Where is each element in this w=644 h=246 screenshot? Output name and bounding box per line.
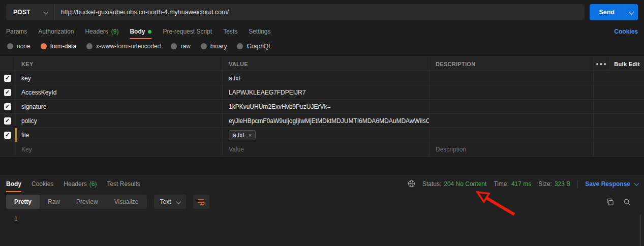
mode-none[interactable]: none (7, 43, 30, 50)
table-row: ✓ policy eyJleHBpcmF0aW9uIjogIjIwMjEtMDk… (0, 114, 644, 128)
size-badge: Size: 323 B (538, 180, 570, 188)
header-description: DESCRIPTION (430, 57, 594, 71)
radio-selected-icon (41, 43, 47, 49)
copy-icon[interactable] (606, 198, 614, 206)
file-chip[interactable]: a.txt × (229, 130, 256, 140)
row-key-input[interactable]: key (15, 71, 223, 85)
mode-x-www-form-urlencoded[interactable]: x-www-form-urlencoded (86, 43, 161, 50)
row-description-input[interactable] (430, 114, 594, 128)
row-key-input[interactable]: file (15, 128, 223, 142)
wrap-line-button[interactable] (193, 195, 209, 209)
view-preview-button[interactable]: Preview (68, 195, 106, 209)
radio-icon (237, 43, 243, 49)
row-checkbox[interactable]: ✓ (4, 132, 11, 139)
tab-body[interactable]: Body (130, 24, 151, 39)
row-checkbox[interactable]: ✓ (4, 89, 11, 96)
row-value-input[interactable]: 1kPKvuUHUm2ExvHvb9PuzUJErVk= (223, 100, 430, 113)
row-checkbox[interactable]: ✓ (4, 103, 11, 110)
tab-pre-request-script[interactable]: Pre-request Script (163, 24, 212, 39)
url-text: http://bucket-guxiaobei.obs.cn-north-4.m… (61, 9, 229, 16)
tab-tests[interactable]: Tests (223, 24, 237, 39)
header-key: KEY (15, 57, 223, 71)
editor-scrollbar[interactable] (640, 214, 641, 246)
file-chip-label: a.txt (233, 132, 244, 139)
chevron-down-icon (629, 9, 634, 14)
row-checkbox[interactable]: ✓ (4, 117, 11, 125)
row-description-input[interactable] (430, 100, 594, 113)
chevron-down-icon (634, 181, 639, 186)
row-key-input[interactable]: policy (15, 114, 223, 128)
bulk-edit-button[interactable]: Bulk Edit (610, 57, 644, 71)
row-key-input[interactable]: signature (15, 100, 223, 113)
tab-settings[interactable]: Settings (249, 24, 270, 39)
format-select[interactable]: Text (154, 195, 186, 209)
panel-divider[interactable] (0, 157, 644, 175)
send-button-group: Send (590, 4, 638, 20)
row-checkbox[interactable]: ✓ (4, 75, 11, 82)
time-badge: Time: 417 ms (494, 180, 531, 188)
size-value: 323 B (555, 180, 570, 188)
tab-params[interactable]: Params (6, 24, 27, 39)
line-number: 1 (14, 216, 18, 222)
new-value-input[interactable]: Value (223, 142, 430, 156)
row-description-input[interactable] (430, 85, 594, 99)
row-key-input[interactable]: AccessKeyId (15, 85, 223, 99)
form-data-table: KEY VALUE DESCRIPTION ●●● Bulk Edit ✓ ke… (0, 56, 644, 157)
search-icon[interactable] (623, 198, 631, 206)
tab-headers[interactable]: Headers(9) (85, 24, 118, 39)
request-input-group: POST http://bucket-guxiaobei.obs.cn-nort… (6, 4, 585, 20)
table-row: ✓ signature 1kPKvuUHUm2ExvHvb9PuzUJErVk= (0, 100, 644, 114)
method-label: POST (13, 9, 30, 16)
row-value-input[interactable]: a.txt (223, 71, 430, 85)
tab-authorization[interactable]: Authorization (38, 24, 74, 39)
more-actions-icon[interactable]: ●●● (594, 57, 610, 71)
radio-icon (7, 43, 13, 49)
save-response-button[interactable]: Save Response (585, 180, 638, 188)
headers-count-badge: (9) (111, 28, 119, 35)
body-mode-row: none form-data x-www-form-urlencoded raw… (0, 39, 644, 53)
new-key-input[interactable]: Key (15, 142, 223, 156)
row-description-input[interactable] (430, 128, 594, 142)
mode-graphql[interactable]: GraphQL (237, 43, 271, 50)
response-tab-cookies[interactable]: Cookies (32, 175, 53, 192)
view-pretty-button[interactable]: Pretty (6, 195, 40, 209)
response-panel: Body Cookies Headers(6) Test Results Sta… (0, 175, 644, 246)
wrap-line-icon (197, 198, 205, 205)
format-selected-label: Text (160, 198, 171, 205)
request-tabs: Params Authorization Headers(9) Body Pre… (0, 24, 644, 39)
request-bar: POST http://bucket-guxiaobei.obs.cn-nort… (0, 0, 644, 24)
radio-icon (171, 43, 177, 49)
url-input[interactable]: http://bucket-guxiaobei.obs.cn-north-4.m… (54, 4, 585, 20)
remove-file-icon[interactable]: × (249, 132, 252, 138)
table-row: ✓ key a.txt (0, 71, 644, 85)
table-row: ✓ file a.txt × (0, 128, 644, 142)
time-value: 417 ms (511, 180, 531, 188)
row-value-input[interactable]: LAPWJKLEAEG7FDPEIJR7 (223, 85, 430, 99)
chevron-down-icon (176, 199, 181, 204)
response-tab-body[interactable]: Body (6, 175, 21, 192)
row-value-input[interactable]: eyJleHBpcmF0aW9uIjogIjIwMjEtMDktMDJUMTI6… (223, 114, 430, 128)
response-meta: Status: 204 No Content Time: 417 ms Size… (408, 180, 638, 188)
radio-icon (86, 43, 93, 49)
row-description-input[interactable] (430, 71, 594, 85)
view-mode-segmented-control: Pretty Raw Preview Visualize (6, 195, 147, 209)
network-globe-icon[interactable] (408, 180, 415, 188)
header-value: VALUE (223, 57, 430, 71)
response-tab-test-results[interactable]: Test Results (107, 175, 140, 192)
send-button[interactable]: Send (590, 4, 624, 20)
send-options-button[interactable] (624, 4, 638, 20)
mode-form-data[interactable]: form-data (41, 43, 76, 50)
view-visualize-button[interactable]: Visualize (106, 195, 147, 209)
meta-divider (577, 180, 578, 188)
method-select[interactable]: POST (6, 4, 54, 20)
view-raw-button[interactable]: Raw (40, 195, 68, 209)
table-header-row: KEY VALUE DESCRIPTION ●●● Bulk Edit (0, 57, 644, 71)
mode-binary[interactable]: binary (201, 43, 227, 50)
mode-raw[interactable]: raw (171, 43, 190, 50)
new-description-input[interactable]: Description (430, 142, 594, 156)
response-headers-count-badge: (6) (89, 180, 97, 188)
body-modified-dot-icon (148, 30, 151, 34)
response-body-editor[interactable]: 1 (0, 211, 644, 246)
response-tab-headers[interactable]: Headers(6) (64, 175, 97, 192)
cookies-link[interactable]: Cookies (614, 28, 638, 35)
